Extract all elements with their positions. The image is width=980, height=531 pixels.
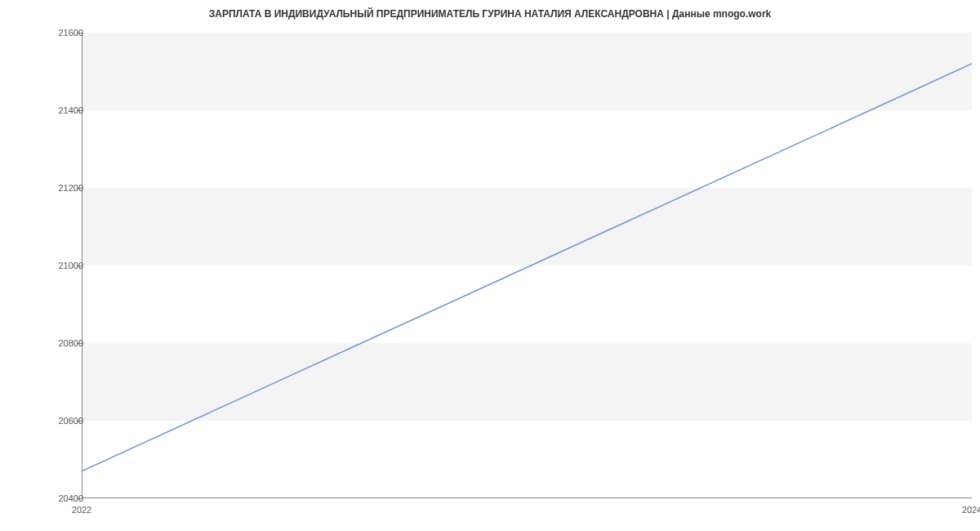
y-tick-label: 20400 (42, 493, 83, 503)
plot-area: 2022 2024 (82, 33, 972, 498)
x-axis (82, 498, 972, 498)
y-tick-label: 20600 (42, 416, 83, 426)
y-tick-label: 21400 (42, 105, 83, 115)
y-tick-label: 20800 (42, 338, 83, 348)
grid-band (82, 188, 972, 266)
grid-band (82, 343, 972, 421)
y-tick-label: 21000 (42, 261, 83, 270)
y-tick-label: 21600 (42, 28, 83, 38)
y-tick-label: 21200 (42, 183, 83, 193)
grid-band (82, 33, 972, 110)
x-tick-label: 2024 (962, 505, 980, 515)
chart-title: ЗАРПЛАТА В ИНДИВИДУАЛЬНЫЙ ПРЕДПРИНИМАТЕЛ… (0, 8, 980, 20)
x-tick-label: 2022 (72, 505, 91, 515)
